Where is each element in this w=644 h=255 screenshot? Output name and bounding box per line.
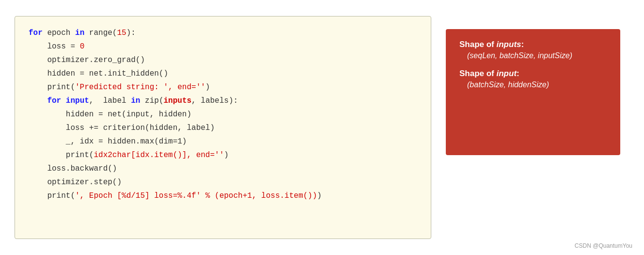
num-0: 0 (80, 42, 85, 51)
info-title-2-em: input (497, 69, 517, 78)
keyword-for-2: for (47, 96, 61, 105)
code-line-4: hidden = net.init_hidden() (29, 67, 417, 80)
code-line-11: loss.backward() (29, 162, 417, 175)
code-line-3: optimizer.zero_grad() (29, 53, 417, 67)
info-title-1-em: inputs (497, 40, 521, 49)
info-value-2: (batchSize, hiddenSize) (467, 80, 607, 89)
code-line-8: loss += criterion(hidden, label) (29, 121, 417, 135)
str-idx2char: idx2char[idx.item()], end='' (94, 151, 224, 159)
num-15: 15 (117, 29, 126, 37)
info-value-1: (seqLen, batchSize, inputSize) (467, 51, 607, 60)
code-line-9: _, idx = hidden.max(dim=1) (29, 135, 417, 148)
code-line-7: hidden = net(input, hidden) (29, 108, 417, 121)
info-title-2-suffix: : (517, 69, 519, 78)
info-title-2: Shape of input: (459, 69, 607, 79)
info-title-1: Shape of inputs: (459, 40, 607, 49)
code-line-1: for epoch in range(15): (29, 26, 417, 40)
watermark: CSDN @QuantumYou (575, 242, 632, 249)
keyword-input: input (66, 96, 89, 105)
keyword-in-1: in (75, 29, 84, 37)
var-inputs: inputs (163, 96, 191, 105)
str-epoch: ', Epoch [%d/15] loss=%.4f' % (epoch+1, … (75, 191, 317, 200)
str-predicted: 'Predicted string: ', end='' (75, 83, 205, 92)
code-line-13: print(', Epoch [%d/15] loss=%.4f' % (epo… (29, 189, 417, 203)
keyword-in-2: in (131, 96, 140, 105)
code-line-12: optimizer.step() (29, 175, 417, 189)
code-line-5: print('Predicted string: ', end='') (29, 80, 417, 94)
info-box: Shape of inputs: (seqLen, batchSize, inp… (446, 29, 620, 155)
info-title-2-text: Shape of (459, 69, 497, 78)
info-title-1-text: Shape of (459, 40, 497, 49)
keyword-for-1: for (29, 29, 43, 37)
code-block: for epoch in range(15): loss = 0 optimiz… (15, 16, 431, 239)
info-title-1-suffix: : (521, 40, 524, 49)
code-line-2: loss = 0 (29, 40, 417, 53)
code-line-6: for input, label in zip(inputs, labels): (29, 94, 417, 108)
code-line-10: print(idx2char[idx.item()], end='') (29, 148, 417, 162)
